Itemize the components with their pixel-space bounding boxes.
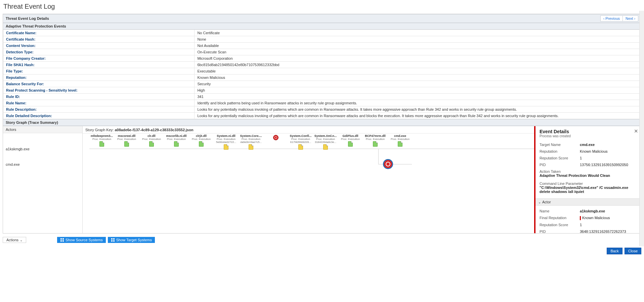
node-title: System.ni.dll — [214, 134, 239, 138]
graph-node[interactable]: mfedeeprem3...Proc. Execution — [89, 134, 114, 147]
file-icon — [323, 144, 328, 150]
detail-label: Real Protect Scanning - Sensitivity leve… — [3, 87, 195, 94]
next-button[interactable]: Next› — [623, 15, 638, 21]
details-header-label: Threat Event Log Details — [6, 16, 49, 20]
chevron-left-icon: ‹ — [603, 17, 604, 20]
close-button[interactable]: Close — [625, 248, 641, 254]
close-panel-button[interactable]: ✕ — [634, 128, 638, 134]
actor-detail-row: PID3648:132911626572262373 — [540, 228, 637, 233]
node-title: System.Confi... — [288, 134, 313, 138]
graph-node[interactable]: GdiPlus.dllProc. Execution — [338, 134, 363, 147]
grid-icon — [111, 238, 115, 242]
show-target-systems-button[interactable]: Show Target Systems — [108, 237, 155, 243]
detail-value: Looks for any potentially malicious invo… — [195, 113, 641, 119]
actor-row-0[interactable]: a1kskmgb.exe — [3, 141, 82, 157]
graph-node[interactable] — [263, 134, 288, 141]
show-source-systems-button[interactable]: Show Source Systems — [57, 237, 106, 243]
graph-node[interactable]: clrjit.dllProc. Execution — [189, 134, 214, 147]
graph-node[interactable]: BCP47mrm.dllProc. Execution — [363, 134, 388, 147]
event-node-cmd-exe[interactable] — [383, 159, 393, 169]
graph-node[interactable]: System.Confi...Proc. Execution617f405668… — [288, 134, 313, 150]
detail-row: Rule ID:341 — [3, 94, 641, 100]
event-detail-value: cmd.exe — [580, 143, 637, 147]
story-graph-area: Actors a1kskmgb.exe cmd.exe Story Graph … — [3, 126, 641, 233]
actor-detail-key: Final Reputation — [540, 216, 580, 220]
gear-red-icon — [273, 135, 278, 140]
node-subtitle: Proc. Execution — [164, 138, 189, 141]
detail-label: Certificate Hash: — [3, 36, 195, 43]
node-subtitle: Proc. Execution — [189, 138, 214, 141]
action-taken-label: Action Taken — [540, 168, 637, 173]
main-container: Threat Event Log Details ‹Previous Next›… — [3, 14, 641, 234]
vertical-scrollbar[interactable] — [639, 11, 644, 246]
node-title: GdiPlus.dll — [338, 134, 363, 138]
graph-node[interactable]: cmd.exeProc. Execution — [388, 134, 413, 147]
file-icon — [348, 141, 353, 147]
page-title: Threat Event Log — [0, 0, 644, 14]
detail-label: Rule Detailed Description: — [3, 113, 195, 119]
previous-label: Previous — [605, 16, 620, 20]
detail-row: File Type:Executable — [3, 68, 641, 74]
graph-key-prefix: Story Graph Key: — [85, 128, 115, 132]
node-subtitle: Proc. Execution — [388, 138, 413, 141]
graph-node[interactable]: mscoreei.dllProc. Execution — [114, 134, 139, 147]
node-subtitle: Proc. Execution — [288, 138, 313, 141]
next-label: Next — [626, 16, 633, 20]
detail-label: Content Version: — [3, 43, 195, 49]
details-header: Threat Event Log Details ‹Previous Next› — [3, 14, 641, 23]
graph-node[interactable]: mscorlib.ni.dllProc. Execution — [164, 134, 189, 147]
detail-value: Executable — [195, 68, 641, 74]
detail-row: Rule Name:Identify and block patterns be… — [3, 100, 641, 106]
detail-row: Certificate Hash:None — [3, 36, 641, 43]
node-title: System.Xml.n... — [313, 134, 338, 138]
event-detail-row: ReputationKnown Malicious — [540, 148, 637, 155]
actor-detail-row: Namea1kskmgb.exe — [540, 208, 637, 214]
detail-value: 6bc815d8ab2194850142e80b7107539612332bbd — [195, 62, 641, 68]
node-subtitle: Proc. Execution — [338, 138, 363, 141]
detail-value: Not Available — [195, 43, 641, 49]
graph-node[interactable]: System.Core....Proc. Executionda9e0b19ae… — [239, 134, 263, 150]
node-hash: 5e00dda32722... — [214, 141, 239, 144]
back-button[interactable]: Back — [607, 248, 622, 254]
detail-row: Reputation:Known Malicious — [3, 74, 641, 81]
bottom-right-buttons: Back Close — [607, 248, 641, 254]
graph-canvas[interactable]: Story Graph Key: a08ade6e-f137-4c89-a129… — [83, 126, 641, 233]
actions-dropdown[interactable]: Actions ⌄ — [3, 237, 26, 243]
details-table: Certificate Name:No CertificateCertifica… — [3, 30, 641, 119]
previous-button[interactable]: ‹Previous — [600, 15, 623, 21]
svg-rect-6 — [62, 238, 64, 240]
graph-key: Story Graph Key: a08ade6e-f137-4c89-a129… — [85, 128, 548, 132]
chevron-down-icon: ⌄ — [20, 238, 23, 242]
graph-node[interactable]: clr.dllProc. Execution — [139, 134, 164, 147]
node-title: clr.dll — [139, 134, 164, 138]
detail-row: Detection Type:On-Execute Scan — [3, 49, 641, 55]
event-detail-row: Target Namecmd.exe — [540, 141, 637, 148]
actions-label: Actions — [6, 238, 18, 242]
actor-section-toggle[interactable]: ⌄Actor — [535, 198, 641, 206]
detail-row: File SHA1 Hash:6bc815d8ab2194850142e80b7… — [3, 62, 641, 68]
svg-rect-7 — [60, 240, 62, 242]
actor-detail-key: Name — [540, 209, 580, 213]
event-detail-value: 13756:132911639150992050 — [580, 163, 637, 167]
node-hash: da9e0b19ae7c5... — [239, 141, 263, 144]
svg-rect-9 — [111, 238, 113, 240]
red-indicator-icon — [580, 216, 581, 220]
detail-value: Identify and block patterns being used i… — [195, 100, 641, 106]
event-details-subtitle: Process was created — [540, 134, 637, 138]
actors-header: Actors — [3, 126, 82, 133]
detail-value: Security — [195, 81, 641, 87]
node-title: cmd.exe — [388, 134, 413, 138]
actor-detail-key: Reputation Score — [540, 223, 580, 227]
detail-label: Rule Name: — [3, 100, 195, 106]
graph-node[interactable]: System.Xml.n...Proc. Execution31842264a8… — [313, 134, 338, 150]
actor-detail-key: PID — [540, 230, 580, 233]
detail-value: Microsoft Corporation — [195, 55, 641, 62]
actor-row-1[interactable]: cmd.exe — [3, 157, 82, 172]
story-graph-label: Story Graph (Trace Summary) — [6, 120, 58, 124]
nav-buttons: ‹Previous Next› — [600, 15, 638, 21]
node-title: mfedeeprem3... — [89, 134, 114, 138]
detail-row: File Company Creator:Microsoft Corporati… — [3, 55, 641, 62]
actor-detail-value: 1 — [580, 223, 637, 227]
detail-row: Balance Security For:Security — [3, 81, 641, 87]
graph-node[interactable]: System.ni.dllProc. Execution5e00dda32722… — [214, 134, 239, 150]
